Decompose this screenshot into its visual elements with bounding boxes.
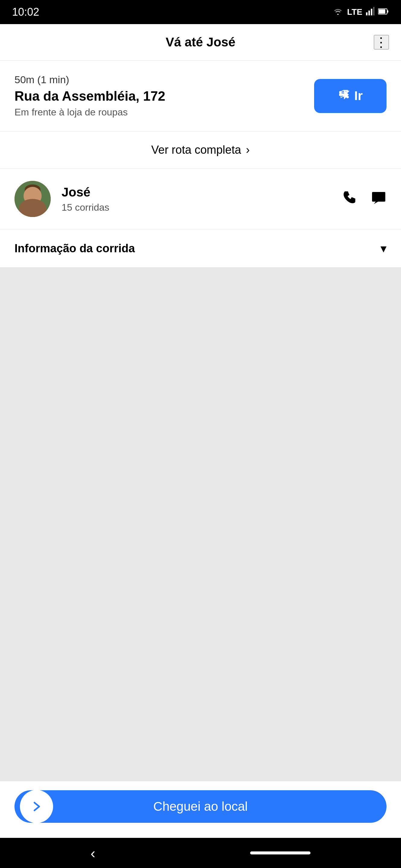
nav-info-text: 50m (1 min) Rua da Assembléia, 172 Em fr… (15, 74, 314, 118)
chegei-button[interactable]: Cheguei ao local (15, 790, 386, 823)
svg-rect-5 (379, 9, 385, 13)
status-icons: LTE (333, 7, 389, 18)
svg-rect-1 (368, 10, 370, 16)
bottom-nav: ‹ (0, 838, 401, 868)
avatar-image (15, 181, 51, 217)
svg-rect-0 (366, 12, 368, 16)
contact-actions (342, 190, 386, 209)
trip-info-label: Informação da corrida (15, 242, 135, 255)
ver-rota-label: Ver rota completa (151, 144, 241, 156)
battery-icon (378, 7, 389, 17)
contact-section: José 15 corridas (0, 169, 401, 229)
svg-point-8 (346, 96, 349, 98)
home-indicator[interactable] (250, 851, 311, 855)
wifi-icon (333, 7, 343, 18)
svg-rect-2 (371, 9, 372, 16)
chevron-right-icon: › (246, 144, 250, 156)
svg-point-12 (25, 186, 31, 197)
message-button[interactable] (371, 190, 386, 209)
svg-point-11 (25, 184, 40, 194)
svg-rect-3 (373, 7, 374, 16)
map-area (0, 268, 401, 781)
go-button-label: Ir (354, 89, 363, 103)
header-title: Vá até José (166, 35, 235, 50)
svg-point-13 (34, 186, 40, 197)
chevron-down-icon: ▾ (380, 241, 386, 255)
svg-point-16 (22, 202, 44, 217)
contact-name: José (62, 185, 331, 199)
contact-rides: 15 corridas (62, 202, 331, 213)
more-vertical-icon: ⋮ (374, 35, 388, 50)
message-icon (371, 192, 386, 208)
svg-point-15 (34, 193, 36, 195)
chegei-label: Cheguei ao local (153, 799, 248, 814)
svg-rect-17 (372, 192, 385, 202)
contact-info: José 15 corridas (62, 185, 331, 213)
navigation-icon (338, 89, 350, 103)
trip-info-section[interactable]: Informação da corrida ▾ (0, 229, 401, 268)
avatar (15, 181, 51, 217)
svg-point-10 (25, 187, 40, 203)
header: Vá até José ⋮ (0, 24, 401, 61)
chegei-arrow-icon (20, 790, 53, 823)
status-time: 10:02 (12, 6, 39, 19)
header-menu-button[interactable]: ⋮ (374, 35, 389, 50)
back-button[interactable]: ‹ (90, 845, 95, 861)
call-button[interactable] (342, 190, 357, 209)
nav-address: Rua da Assembléia, 172 (15, 89, 314, 104)
status-bar: 10:02 LTE (0, 0, 401, 24)
phone-icon (342, 192, 357, 208)
nav-hint: Em frente à loja de roupas (15, 107, 314, 118)
lte-label: LTE (347, 7, 362, 17)
nav-info-section: 50m (1 min) Rua da Assembléia, 172 Em fr… (0, 61, 401, 131)
nav-time-distance: 50m (1 min) (15, 74, 314, 86)
app-content: Vá até José ⋮ 50m (1 min) Rua da Assembl… (0, 24, 401, 838)
ver-rota-section[interactable]: Ver rota completa › (0, 131, 401, 169)
signal-icon (366, 7, 374, 18)
svg-point-14 (29, 193, 31, 195)
go-button[interactable]: Ir (314, 79, 386, 113)
svg-rect-6 (387, 10, 388, 13)
bottom-section: Cheguei ao local (0, 781, 401, 838)
